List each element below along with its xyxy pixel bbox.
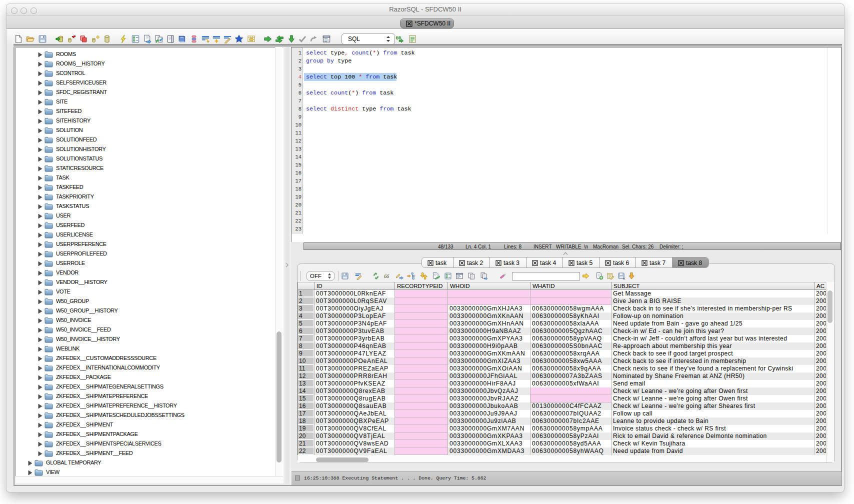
svg-text:66: 66 [396, 34, 402, 40]
svg-text:66: 66 [384, 274, 390, 279]
